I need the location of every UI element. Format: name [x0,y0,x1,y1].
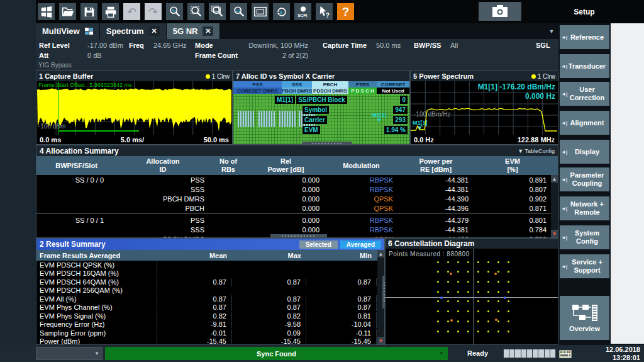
constellation-point [467,271,469,273]
softkey-network-remote[interactable]: ◄|Network + Remote [560,196,609,220]
power-spectrum-plot[interactable]: M1[1] -176.20 dBm/Hz 0.000 Hz -100 dBm/H… [411,81,558,135]
crosshair-vertical [474,249,474,344]
capture-buffer-plot[interactable]: Frame Start Offset : 5.966023842 ms -100… [36,81,232,135]
tab-multiview[interactable]: MultiView [36,23,100,39]
tab-5g-nr[interactable]: 5G NR ✕ [167,23,221,39]
result-row[interactable]: EVM All (%)0.870.870.87 [36,295,384,303]
column-header[interactable]: BWP/SF/Slot [36,162,116,170]
result-row[interactable]: EVM PDSCH QPSK (%) [36,261,384,269]
sync-status-bar[interactable]: Sync Found ▼ [105,347,448,360]
zoom-selection-icon[interactable] [187,3,204,20]
sequencer-icon[interactable]: s [273,3,290,20]
column-header[interactable]: Frame Results Averaged [36,252,157,259]
column-header[interactable]: RelPower [dB] [247,157,325,174]
constellation-point [457,281,459,283]
allocation-row[interactable]: PBCH0.000QPSK-44.3960.871 [36,203,558,213]
allocation-table-scrollbar[interactable]: ▲ ▼ [551,175,558,237]
column-header[interactable]: EVM[%] [474,157,552,174]
selected-button[interactable]: Selected [299,240,338,249]
zoom-1-1-icon[interactable]: 1:1 [230,3,247,20]
alloc-grid-plot[interactable]: M1[1] SS/PBCH Block 0 Symbol 947 Carrier… [233,94,409,144]
softkey-service-support[interactable]: ◄|Service + Support [560,254,609,278]
result-row[interactable]: EVM Phys Channel (%)0.870.870.87 [36,303,384,312]
panel-title-bar[interactable]: 7 Alloc ID vs Symbol X Carrier [233,71,409,81]
column-header[interactable]: Power perRE [dBm] [398,157,474,174]
cell: EVM All (%) [36,295,157,303]
panel-title-bar[interactable]: 6 Constellation Diagram [386,239,558,249]
softkey-parameter-coupling[interactable]: ◄|Parameter Coupling [560,167,609,191]
redo-icon[interactable]: ↷ [145,3,162,20]
modulation-value: RBPSK [325,226,398,234]
panel-title-bar[interactable]: 2 Result Summary Selected Averaged [36,239,384,250]
softkey-alignment[interactable]: ◄|Alignment [560,111,609,135]
splitter-handle[interactable] [302,142,352,145]
scroll-up-icon[interactable]: ▲ [551,175,558,183]
save-icon[interactable] [80,3,97,20]
setting-value[interactable]: Downlink, 100 MHz [36,42,308,49]
softkey-system-config[interactable]: ◄|System Config [560,225,609,249]
panel-title-bar[interactable]: 5 Power Spectrum 1 Clrw [411,71,558,81]
allocation-row[interactable]: PBCH DMRS0.000QPSK-44.3900.902 [36,194,558,203]
windows-start-icon[interactable] [38,3,55,20]
scroll-down-icon[interactable]: ▼ [551,230,558,237]
result-row[interactable]: EVM PDSCH 256QAM (%) [36,286,384,295]
averaged-button[interactable]: Averaged [340,240,381,249]
submenu-arrow-icon: ◄| [561,263,567,271]
close-icon[interactable]: ✕ [203,26,213,36]
help-icon[interactable]: ? [337,3,354,20]
softkey-transducer[interactable]: ◄|Transducer [560,54,609,78]
splitter-handle[interactable] [382,276,386,308]
column-header[interactable]: AllocationID [116,157,209,174]
marker-flag[interactable]: M1[1]▼ [372,113,387,123]
splitter-handle[interactable] [270,234,327,237]
column-header[interactable]: Min [306,252,377,259]
allocation-row[interactable]: SSS0.000RBPSK-44.3810.784 [36,225,558,234]
column-header[interactable]: No ofRBs [209,157,247,174]
open-file-icon[interactable] [59,3,76,20]
column-header[interactable]: Mean [157,252,232,259]
tab-label: 5G NR [173,26,198,36]
setting-value[interactable]: 2 of 2(2) [36,52,308,59]
overview-button[interactable]: Overview [560,296,609,340]
result-row[interactable]: EVM PDSCH 64QAM (%)0.870.870.87 [36,278,384,286]
result-row[interactable]: EVM Phys Signal (%)0.820.820.81 [36,312,384,320]
keyboard-icon[interactable] [559,349,572,361]
constellation-plot[interactable]: Points Measured : 880800 [386,249,558,344]
scpi-recorder-icon[interactable]: SCPI [294,3,311,20]
scroll-down-icon[interactable]: ▼ [377,337,384,344]
column-header[interactable]: Modulation [325,162,398,170]
column-header[interactable]: Max [232,252,306,259]
print-icon[interactable] [102,3,119,20]
table-config-button[interactable]: ▼ TableConfig [518,148,555,154]
tab-list-dropdown[interactable]: ▼ [545,23,558,39]
allocation-row[interactable]: SSS0.000RBPSK-44.3810.807 [36,184,558,194]
softkey-user-correction[interactable]: ◄|User Correction [560,82,609,106]
display-area-icon[interactable] [252,3,269,20]
constellation-point [508,291,509,293]
result-row[interactable]: Sampling Error (ppm)-0.010.09-0.11 [36,329,384,337]
allocation-row[interactable]: SS / 0 / 0PSS0.000RBPSK-44.3810.891 [36,175,558,184]
marker-flag[interactable]: M1[1]▼ [413,120,428,130]
zoom-trace-icon[interactable] [166,3,183,20]
result-row[interactable]: EVM PDSCH 16QAM (%) [36,269,384,278]
result-row[interactable]: Frequency Error (Hz)-9.81-9.58-10.04 [36,320,384,329]
result-row[interactable]: Power (dBm)-15.45-15.45-15.45 [36,337,384,346]
panel-title-bar[interactable]: 4 Allocation Summary ▼ TableConfig [36,145,558,156]
setting-value[interactable]: All [450,42,458,49]
softkey-display[interactable]: ◄|Display [560,140,609,164]
context-help-icon[interactable]: ? [316,3,333,20]
multi-window-zoom-icon[interactable] [209,3,226,20]
tab-spectrum[interactable]: Spectrum ✕ [100,23,167,39]
alloc-id-panel: 7 Alloc ID vs Symbol X Carrier PSSSSSPBC… [233,71,410,145]
status-dropdown[interactable]: ▼ [36,347,103,360]
constellation-point [437,331,439,332]
undo-icon[interactable]: ↶ [123,3,140,20]
scroll-up-icon[interactable]: ▲ [377,250,384,257]
allocation-row[interactable]: SS / 0 / 1PSS0.000RBPSK-44.3790.801 [36,215,558,225]
close-icon[interactable]: ✕ [149,26,160,36]
softkey-reference[interactable]: ◄|Reference [560,25,609,49]
setting-value[interactable]: 50.0 ms [376,42,401,49]
panel-title-bar[interactable]: 1 Capture Buffer 1 Clrw [36,71,232,81]
screenshot-camera-button[interactable] [479,2,521,21]
constellation-point [457,271,459,273]
